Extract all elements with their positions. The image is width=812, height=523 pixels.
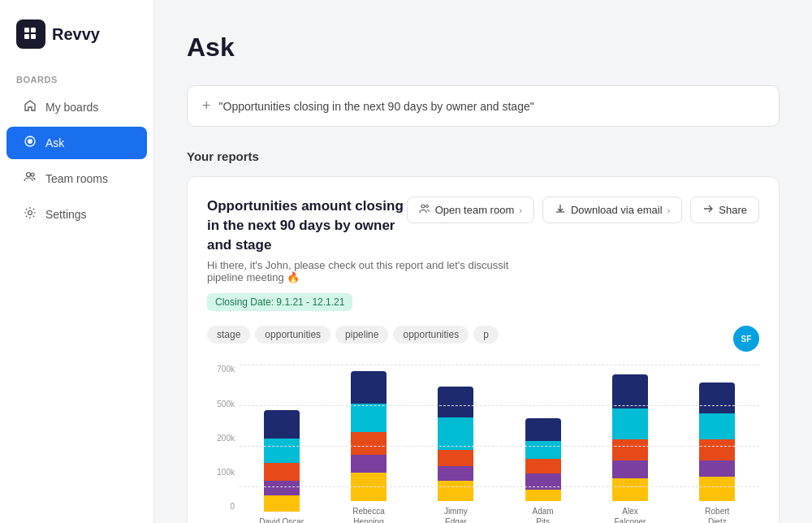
report-inner: Opportunities amount closing in the next…: [207, 197, 759, 523]
bar-segment-qualification: [612, 478, 648, 501]
bar-group-jimmy-edgar: JimmyEdgar: [414, 365, 498, 523]
bar-segment-qualification: [264, 495, 300, 512]
main-content: Ask + "Opportunities closing in the next…: [154, 0, 812, 523]
logo-icon: [16, 19, 45, 49]
stacked-bar: [264, 410, 300, 512]
stacked-bar: [351, 371, 387, 501]
bar-group-robert-dietz: RobertDietz: [676, 365, 759, 523]
bar-group-alex-falconer: AlexFalconer: [588, 365, 672, 523]
sidebar: Revvy boards My boards Ask Te: [0, 0, 154, 523]
team-room-icon: [419, 203, 430, 217]
tag-opportunities: opportunities: [255, 326, 330, 344]
bar-segment-closed-lost: [612, 374, 648, 408]
share-icon: [702, 203, 714, 217]
tag-opportunities-2: opportunities: [393, 326, 469, 344]
bar-segment-closed-won: [699, 439, 735, 460]
bar-segment-qualification: [438, 481, 473, 501]
bar-segment-perception-analysis: [438, 417, 473, 450]
tags-row: stage opportunities pipeline opportuniti…: [207, 326, 499, 344]
bar-segment-closed-won: [438, 450, 473, 466]
bar-label: AlexFalconer: [615, 506, 646, 523]
report-description: Hi there, it's John, please check out th…: [207, 259, 516, 283]
stacked-bar: [525, 418, 561, 501]
svg-rect-2: [24, 34, 29, 39]
open-team-room-label: Open team room: [435, 204, 515, 216]
bar-label: JimmyEdgar: [444, 506, 468, 523]
report-actions: Open team room › Download via email ›: [407, 197, 759, 223]
bar-segment-perception-analysis: [612, 408, 648, 439]
tag-stage: stage: [207, 326, 250, 344]
bar-segment-closed-won: [351, 432, 387, 455]
bar-segment-perception-analysis: [699, 413, 735, 439]
bar-segment-closed-won: [525, 459, 561, 473]
ask-icon: [23, 135, 37, 151]
tag-p: p: [473, 326, 499, 344]
chart-container: 700k 500k 200k 100k 0: [207, 365, 759, 523]
bar-segment-needs-analysis: [351, 455, 387, 473]
stacked-bar: [699, 383, 735, 501]
sidebar-item-team-rooms[interactable]: Team rooms: [6, 162, 147, 195]
bars-wrapper: David Oscar: [240, 365, 759, 523]
svg-point-6: [27, 173, 31, 177]
svg-point-5: [28, 139, 32, 144]
bar-segment-perception-analysis: [351, 404, 387, 432]
sidebar-item-my-boards[interactable]: My boards: [6, 91, 147, 123]
svg-rect-1: [31, 28, 36, 32]
svg-point-8: [28, 211, 32, 215]
bar-segment-closed-won: [612, 439, 648, 460]
bar-segment-perception-analysis: [264, 439, 300, 463]
sidebar-item-ask[interactable]: Ask: [6, 127, 147, 159]
bar-group-adam-pits: AdamPits: [501, 365, 585, 523]
y-label-700k: 700k: [217, 365, 235, 374]
svg-rect-0: [24, 28, 29, 32]
svg-point-7: [31, 173, 34, 176]
svg-point-10: [425, 205, 428, 208]
y-label-500k: 500k: [217, 400, 235, 408]
bar-segment-qualification: [351, 473, 387, 501]
y-axis: 700k 500k 200k 100k 0: [207, 365, 240, 523]
report-header: Opportunities amount closing in the next…: [207, 197, 759, 254]
sidebar-item-label: My boards: [45, 101, 98, 114]
bar-groups: David Oscar: [240, 365, 759, 523]
page-title: Ask: [187, 32, 780, 63]
ask-input-bar[interactable]: + "Opportunities closing in the next 90 …: [187, 85, 780, 127]
bar-segment-closed-lost: [264, 410, 300, 439]
salesforce-badge: SF: [733, 326, 759, 352]
bar-segment-closed-lost: [438, 387, 473, 417]
y-label-0: 0: [230, 502, 235, 511]
chevron-right-icon: ›: [519, 205, 522, 215]
y-label-200k: 200k: [217, 434, 235, 443]
bar-segment-needs-analysis: [525, 473, 561, 490]
date-badge: Closing Date: 9.1.21 - 12.1.21: [207, 293, 352, 311]
bar-label: RebeccaHenning: [352, 506, 384, 523]
bar-label: David Oscar: [259, 517, 304, 523]
share-button[interactable]: Share: [690, 197, 759, 223]
report-card: Opportunities amount closing in the next…: [187, 176, 780, 523]
stacked-bar: [438, 387, 473, 501]
bar-segment-qualification: [699, 477, 735, 501]
sf-label: SF: [741, 335, 752, 344]
sidebar-section-label: boards: [0, 68, 153, 89]
tag-pipeline: pipeline: [335, 326, 388, 344]
bar-segment-closed-lost: [351, 371, 387, 404]
app-logo: Revvy: [0, 13, 153, 68]
sidebar-item-settings[interactable]: Settings: [6, 198, 147, 231]
sidebar-item-label: Team rooms: [45, 172, 108, 185]
bar-segment-qualification: [525, 490, 561, 501]
ask-placeholder-text: "Opportunities closing in the next 90 da…: [219, 100, 534, 113]
download-email-button[interactable]: Download via email ›: [542, 197, 682, 223]
bar-label: AdamPits: [533, 506, 554, 523]
bar-segment-perception-analysis: [525, 441, 561, 459]
plus-icon: +: [202, 97, 211, 115]
reports-section-label: Your reports: [187, 149, 780, 163]
team-icon: [23, 171, 37, 187]
share-label: Share: [719, 204, 747, 216]
bar-segment-needs-analysis: [612, 460, 648, 478]
bar-segment-needs-analysis: [438, 466, 473, 481]
open-team-room-button[interactable]: Open team room ›: [407, 197, 534, 223]
chevron-right-icon: ›: [667, 205, 671, 215]
bar-segment-needs-analysis: [264, 481, 300, 495]
bar-segment-closed-won: [264, 463, 300, 481]
svg-point-9: [421, 205, 425, 208]
sidebar-item-label: Settings: [45, 208, 87, 221]
